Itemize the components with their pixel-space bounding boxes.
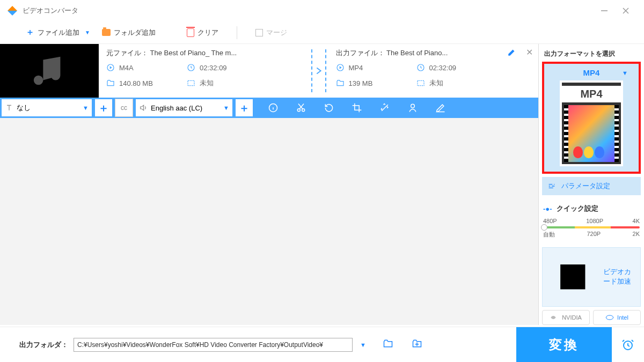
format-panel-title: 出力フォーマットを選択: [542, 46, 641, 62]
add-file-label: ファイル追加: [38, 28, 79, 38]
edit-controls-row: なし ▼ ＋ cc English aac (LC) ▼ ＋: [0, 98, 538, 118]
divider: [237, 26, 237, 39]
svg-marker-8: [339, 66, 341, 69]
main-area: 元ファイル： The Best of Piano_ The m... M4A 0…: [0, 44, 644, 325]
conversion-arrow: [309, 44, 328, 98]
resolution-icon: [416, 79, 425, 87]
add-folder-button[interactable]: フォルダ追加: [98, 26, 160, 40]
selected-format-name: MP4: [583, 68, 600, 77]
source-info: 元ファイル： The Best of Piano_ The m... M4A 0…: [99, 44, 309, 98]
source-filename: 元ファイル： The Best of Piano_ The m...: [106, 48, 302, 58]
info-tool-button[interactable]: [267, 102, 279, 114]
filesize-icon: [106, 79, 115, 87]
intel-icon: [605, 314, 614, 321]
resolution-slider[interactable]: 480P 1080P 4K 自動 720P 2K: [542, 216, 641, 244]
watermark-tool-button[interactable]: [407, 102, 419, 114]
subtitle-select[interactable]: なし ▼: [1, 99, 92, 117]
schedule-button[interactable]: [612, 338, 644, 351]
merge-label: マージ: [266, 28, 287, 38]
svg-point-14: [411, 104, 415, 108]
quick-settings-header: -●- クイック設定: [542, 202, 641, 216]
intel-badge: Intel: [593, 310, 641, 325]
parameter-settings-button[interactable]: パラメータ設定: [542, 177, 641, 195]
filesize-icon: [336, 79, 345, 87]
output-folder-label: 出力フォルダ：: [19, 340, 68, 350]
gpu-accel-button[interactable]: ビデオカード加速: [542, 247, 641, 307]
add-file-button[interactable]: ＋ ファイル追加 ▼: [21, 25, 94, 40]
effects-tool-button[interactable]: [379, 102, 391, 114]
speaker-icon: [139, 104, 148, 112]
cc-button[interactable]: cc: [115, 99, 133, 117]
toolbar: ＋ ファイル追加 ▼ フォルダ追加 クリア マージ: [0, 21, 644, 44]
nvidia-icon: [550, 314, 559, 321]
titlebar: ビデオコンバータ: [0, 0, 644, 21]
clear-label: クリア: [197, 28, 218, 38]
chevron-down-icon[interactable]: ▼: [85, 29, 90, 35]
output-format-panel: 出力フォーマットを選択 MP4 ▼ MP4 パラメータ設定 -●- クイック設定…: [539, 44, 644, 325]
svg-rect-6: [188, 80, 194, 85]
add-audio-button[interactable]: ＋: [235, 99, 253, 117]
svg-point-17: [606, 315, 613, 320]
remove-file-button[interactable]: ✕: [526, 47, 533, 57]
resolution-icon: [187, 79, 195, 87]
chevron-down-icon[interactable]: ▼: [360, 342, 366, 348]
folder-icon: [102, 29, 111, 36]
svg-rect-16: [567, 271, 579, 283]
trim-tool-button[interactable]: [295, 102, 307, 114]
nvidia-badge: NVIDIA: [542, 310, 590, 325]
format-selector[interactable]: MP4 ▼ MP4: [542, 62, 641, 174]
close-button[interactable]: [615, 3, 636, 19]
convert-button[interactable]: 変換: [516, 327, 612, 363]
add-folder-label: フォルダ追加: [114, 28, 156, 38]
trash-icon: [187, 28, 194, 37]
music-note-icon: [31, 52, 68, 90]
plus-icon: ＋: [26, 27, 34, 38]
audio-track-select[interactable]: English aac (LC) ▼: [135, 99, 233, 117]
file-list-panel: 元ファイル： The Best of Piano_ The m... M4A 0…: [0, 44, 539, 325]
chevron-down-icon: ▼: [223, 105, 229, 111]
clear-button[interactable]: クリア: [182, 26, 223, 40]
minimize-button[interactable]: [594, 3, 615, 19]
format-icon: [106, 63, 115, 72]
rotate-tool-button[interactable]: [323, 102, 335, 114]
merge-button[interactable]: マージ: [251, 26, 291, 40]
svg-marker-4: [110, 66, 112, 69]
output-filename: 出力ファイル： The Best of Piano...: [336, 48, 531, 58]
clock-icon: [187, 63, 195, 72]
svg-rect-10: [418, 80, 424, 85]
chip-icon: [548, 252, 598, 302]
app-title: ビデオコンバータ: [23, 6, 78, 16]
text-icon: [5, 104, 13, 112]
open-folder-button[interactable]: [382, 338, 394, 351]
rename-button[interactable]: [507, 47, 517, 57]
bottom-bar: 出力フォルダ： ▼ 変換: [0, 327, 644, 362]
chevron-down-icon: ▼: [83, 105, 89, 111]
sliders-icon: [547, 182, 556, 190]
crop-tool-button[interactable]: [351, 102, 363, 114]
output-folder-input[interactable]: [74, 338, 353, 352]
browse-folder-button[interactable]: [411, 338, 423, 351]
clock-icon: [416, 63, 425, 72]
format-icon: [336, 63, 345, 72]
empty-list-area: [0, 118, 538, 325]
file-thumbnail[interactable]: [0, 44, 99, 98]
merge-icon: [255, 29, 263, 36]
slider-thumb[interactable]: [541, 224, 547, 231]
edit-tool-button[interactable]: [435, 102, 447, 114]
add-subtitle-button[interactable]: ＋: [94, 99, 113, 117]
format-thumbnail: MP4: [560, 80, 623, 166]
app-logo-icon: [8, 6, 17, 16]
bullet-icon: -●-: [543, 205, 552, 213]
chevron-down-icon: ▼: [622, 70, 628, 76]
file-row: 元ファイル： The Best of Piano_ The m... M4A 0…: [0, 44, 538, 98]
